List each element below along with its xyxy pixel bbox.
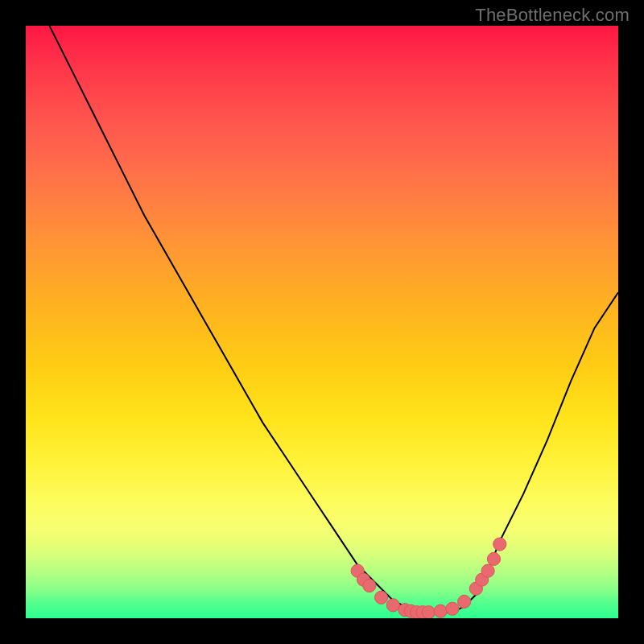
highlight-dot bbox=[422, 606, 435, 618]
chart-frame: TheBottleneck.com bbox=[0, 0, 644, 644]
bottleneck-curve bbox=[49, 26, 618, 613]
highlight-dot bbox=[446, 602, 459, 615]
watermark-text: TheBottleneck.com bbox=[475, 5, 630, 26]
highlight-dot bbox=[487, 552, 500, 565]
highlight-dot bbox=[481, 564, 494, 577]
highlight-dot bbox=[363, 579, 376, 592]
plot-area bbox=[26, 26, 618, 618]
highlight-dot bbox=[386, 599, 399, 612]
highlight-dot bbox=[493, 538, 506, 551]
highlight-dot bbox=[434, 605, 447, 617]
highlight-dot bbox=[375, 591, 388, 604]
bottleneck-curve-svg bbox=[26, 26, 618, 618]
highlight-dot bbox=[458, 595, 471, 608]
